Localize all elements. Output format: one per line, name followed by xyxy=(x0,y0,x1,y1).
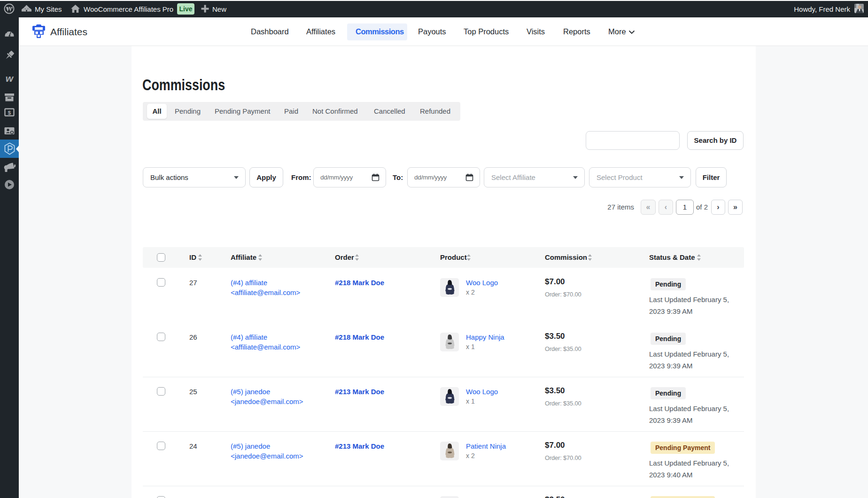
svg-text:$: $ xyxy=(8,110,11,116)
